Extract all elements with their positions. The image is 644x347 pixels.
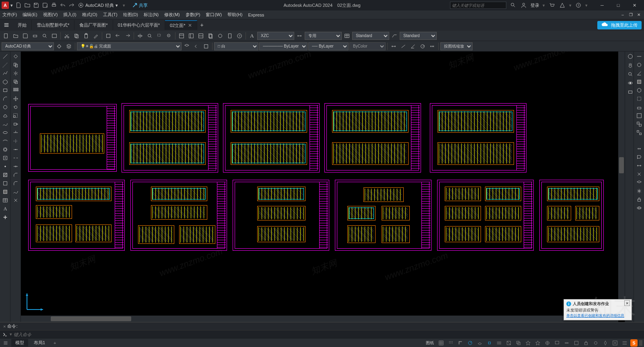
help-dropdown-icon[interactable]: ▾ (585, 3, 588, 8)
menu-help[interactable]: 帮助(H) (227, 12, 242, 18)
command-prompt-icon[interactable] (0, 332, 10, 337)
print-icon[interactable] (31, 31, 39, 40)
designcenter-icon[interactable] (187, 31, 196, 40)
maximize-button[interactable]: □ (610, 0, 626, 10)
drawing-frame[interactable] (28, 180, 125, 251)
menu-modify[interactable]: 修改(M) (164, 12, 180, 18)
drawing-frame[interactable] (324, 103, 421, 172)
tablestyle-icon[interactable] (343, 31, 351, 40)
table-icon[interactable] (1, 196, 10, 204)
print-icon[interactable] (50, 1, 58, 9)
drawing-canvas[interactable]: www.znzmo.com www.znzmo.com 知末网 www.znzm… (21, 52, 625, 322)
resize-grip[interactable] (639, 340, 642, 346)
region-icon[interactable] (1, 188, 10, 196)
lineweight-display-icon[interactable] (495, 339, 503, 347)
pan-icon[interactable] (136, 31, 144, 40)
vertical-scrollbar[interactable] (618, 52, 625, 316)
notif-link[interactable]: 单击以查看已创建和发布的详细信息 (566, 313, 629, 318)
drawing-frame[interactable] (430, 103, 526, 172)
cart-icon[interactable] (548, 2, 555, 9)
menu-dimension[interactable]: 标注(N) (144, 12, 159, 18)
dim-linear-icon[interactable] (389, 42, 398, 51)
cut-icon[interactable] (62, 31, 71, 40)
move-icon[interactable] (11, 95, 20, 103)
mdi-restore-icon[interactable]: ❐ (628, 12, 634, 18)
construction-line-icon[interactable] (1, 61, 10, 69)
minimize-button[interactable]: ─ (594, 0, 610, 10)
mleaderstyle-icon[interactable] (390, 31, 399, 40)
redo-icon[interactable] (68, 1, 76, 9)
layer-match-icon[interactable] (202, 42, 211, 51)
insert-block-icon[interactable] (1, 145, 10, 154)
ime-badge[interactable]: S (630, 339, 638, 347)
new-icon[interactable] (14, 1, 23, 9)
chamfer-icon[interactable] (11, 171, 20, 179)
markup-icon[interactable] (216, 31, 225, 40)
filetab-4-active[interactable]: 02立面*✕ (165, 20, 197, 30)
layer-off-icon[interactable] (635, 179, 644, 187)
customization-icon[interactable] (621, 339, 629, 347)
menu-tools[interactable]: 工具(T) (103, 12, 118, 18)
help-icon[interactable]: ? (575, 2, 582, 9)
menu-window[interactable]: 窗口(W) (206, 12, 222, 18)
user-icon[interactable] (520, 2, 527, 9)
quick-properties-icon[interactable] (572, 339, 580, 347)
textstyle-icon[interactable]: A (248, 31, 256, 40)
textstyle-select[interactable]: XZC (257, 32, 294, 40)
layout-tab[interactable]: 布局1 (30, 339, 49, 347)
workspace-settings-icon[interactable] (55, 42, 64, 51)
isodraft-icon[interactable] (476, 339, 484, 347)
app-menu-arrow[interactable]: ▾ (10, 3, 13, 8)
layer-manager-icon[interactable] (64, 42, 73, 51)
filetab-1[interactable]: 雪山别墅新中式* (32, 20, 74, 30)
mdi-minimize-icon[interactable]: – (620, 12, 625, 18)
annotation-visibility-icon[interactable] (534, 339, 542, 347)
filetab-3[interactable]: 01华科中心六层平面* (113, 20, 165, 30)
setvar-icon[interactable] (635, 103, 644, 111)
volume-icon[interactable] (635, 86, 644, 94)
offset-icon[interactable] (11, 78, 20, 86)
trim-icon[interactable] (11, 129, 20, 137)
open-icon[interactable] (11, 31, 20, 40)
layer-isolate-icon[interactable] (635, 204, 644, 212)
make-block-icon[interactable] (1, 154, 10, 162)
menu-insert[interactable]: 插入(I) (63, 12, 76, 18)
ortho-icon[interactable] (456, 339, 464, 347)
horizontal-scrollbar[interactable] (21, 316, 618, 322)
save-icon[interactable] (21, 31, 30, 40)
preview-icon[interactable] (40, 31, 49, 40)
mirror-icon[interactable] (11, 69, 20, 77)
blend-icon[interactable] (11, 188, 20, 196)
lock-ui-icon[interactable] (582, 339, 590, 347)
drawing-frame[interactable] (130, 180, 227, 251)
layer-select[interactable]: 💡☀🔓🖨 完成面 (77, 42, 182, 50)
drawing-frame[interactable] (437, 180, 534, 251)
dim-continue-icon[interactable] (428, 42, 437, 51)
selectall-icon[interactable] (635, 112, 644, 120)
arc-icon[interactable] (1, 95, 10, 103)
ellipse-arc-icon[interactable] (1, 137, 10, 145)
explode-icon[interactable] (11, 196, 20, 204)
point-icon[interactable] (1, 162, 10, 170)
add-layout-icon[interactable]: + (51, 339, 59, 347)
saveas-icon[interactable] (41, 1, 49, 9)
dim-angular-icon[interactable] (409, 42, 417, 51)
menu-draw[interactable]: 绘图(D) (123, 12, 138, 18)
menu-view[interactable]: 视图(V) (43, 12, 58, 18)
undo-icon[interactable] (114, 31, 122, 40)
lineweight-select[interactable]: ── ByLayer (308, 42, 349, 50)
hatch-icon[interactable] (1, 171, 10, 179)
dim-radius-icon[interactable] (418, 42, 427, 51)
close-icon[interactable]: ✕ (188, 23, 192, 28)
close-button[interactable]: ✕ (626, 0, 642, 10)
array-icon[interactable] (11, 86, 20, 94)
rectangle-icon[interactable] (1, 86, 10, 94)
autodesk-icon[interactable] (559, 2, 566, 9)
erase-icon[interactable] (11, 52, 20, 60)
rotate-icon[interactable] (11, 103, 20, 111)
block-icon[interactable] (104, 31, 113, 40)
clean-screen-icon[interactable] (611, 339, 619, 347)
annoscale-select[interactable]: 按图纸缩放 (440, 42, 473, 50)
search-icon[interactable] (510, 2, 517, 9)
polygon-icon[interactable] (1, 78, 10, 86)
